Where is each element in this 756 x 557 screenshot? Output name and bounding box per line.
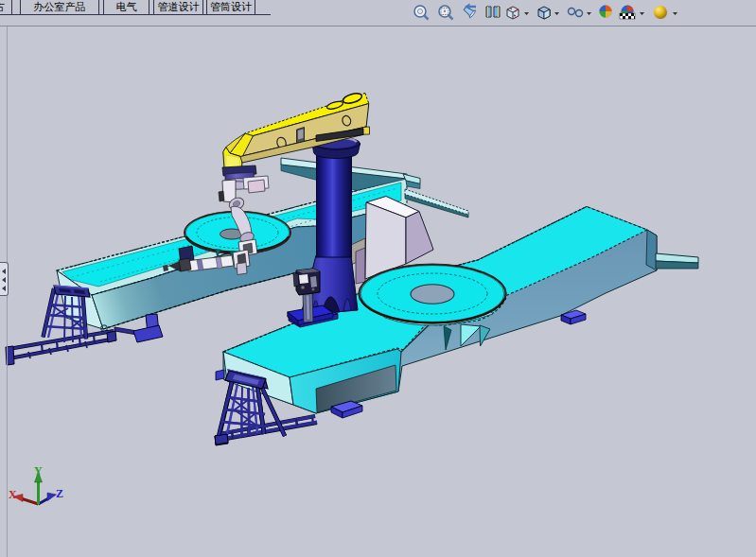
svg-text:Z: Z — [56, 487, 63, 500]
svg-text:X: X — [9, 488, 17, 501]
svg-text:Y: Y — [34, 464, 43, 478]
